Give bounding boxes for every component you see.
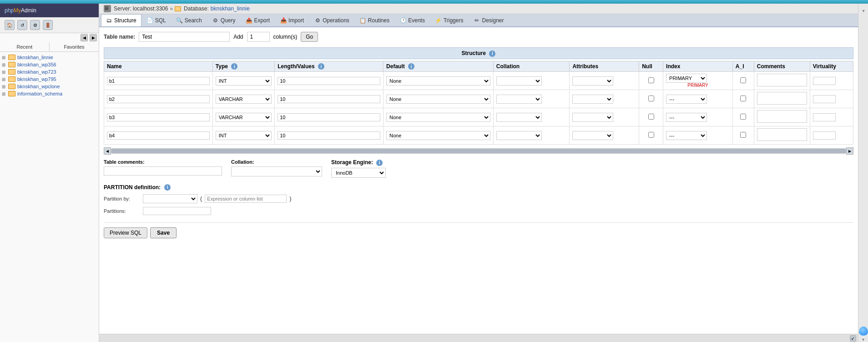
tree-label-db2[interactable]: bknskhan_wp356 (17, 62, 56, 67)
row-b1-ai-checkbox[interactable] (740, 77, 746, 83)
partition-by-select[interactable]: HASH KEY LIST RANGE (143, 194, 197, 203)
tree-expand-db1[interactable]: ⊞ (2, 55, 8, 60)
row-b3-ai-checkbox[interactable] (740, 114, 746, 120)
row-b2-ai-checkbox[interactable] (740, 96, 746, 101)
row-b4-comments-textarea[interactable] (757, 128, 807, 141)
row-b2-length-input[interactable] (278, 95, 380, 103)
row-b3-comments-textarea[interactable] (757, 110, 807, 123)
row-b4-ai-checkbox[interactable] (740, 132, 746, 138)
row-b2-comments-textarea[interactable] (757, 92, 807, 105)
tab-events[interactable]: 🕐 Events (395, 14, 430, 26)
row-b4-default-select[interactable]: NoneNULL (386, 131, 490, 140)
row-b3-index-select[interactable]: ---PRIMARYUNIQUEINDEX (666, 113, 707, 122)
row-b4-name-input[interactable] (107, 131, 210, 140)
tree-expand-db2[interactable]: ⊞ (2, 62, 8, 67)
row-b1-virtuality-input[interactable] (813, 77, 836, 85)
exit-icon[interactable]: 🚪 (43, 20, 53, 30)
row-b4-type-select[interactable]: INT VARCHARTEXT (216, 131, 272, 140)
row-b1-type-select[interactable]: INT VARCHARTEXTDATE (216, 76, 272, 86)
row-b2-virtuality-input[interactable] (813, 95, 836, 103)
row-b1-length-input[interactable] (278, 77, 380, 85)
row-b3-collation-select[interactable] (496, 113, 542, 122)
row-b1-name-input[interactable] (107, 77, 210, 85)
row-b3-attributes-select[interactable] (572, 113, 613, 122)
row-b3-type-select[interactable]: INT VARCHAR TEXT (216, 113, 272, 122)
tab-sql[interactable]: 📄 SQL (142, 14, 171, 26)
add-columns-input[interactable] (247, 32, 270, 42)
row-b1-attributes-select[interactable] (572, 76, 613, 86)
tree-expand-db5[interactable]: ⊞ (2, 84, 8, 89)
breadcrumb-db-name[interactable]: bknskhan_linnie (211, 5, 250, 12)
tab-triggers[interactable]: ⚡ Triggers (430, 14, 469, 26)
row-b1-null-checkbox[interactable] (648, 77, 654, 83)
tab-query[interactable]: ⚙ Query (207, 14, 241, 26)
go-button[interactable]: Go (301, 32, 318, 42)
type-info-icon[interactable]: i (231, 63, 237, 70)
tree-label-db6[interactable]: information_schema (17, 91, 62, 96)
row-b2-name-input[interactable] (107, 95, 210, 103)
tab-routines[interactable]: 📋 Routines (355, 14, 394, 26)
row-b3-length-input[interactable] (278, 113, 380, 121)
sidebar-tab-recent[interactable]: Recent (0, 42, 50, 51)
scroll-right-btn[interactable]: ▶ (90, 34, 97, 41)
settings-icon[interactable]: ⚙ (30, 20, 40, 30)
tab-export[interactable]: 📤 Export (241, 14, 275, 26)
horizontal-scrollbar-track[interactable] (111, 148, 846, 154)
corner-icon[interactable]: ↙ (850, 335, 856, 342)
row-b3-virtuality-input[interactable] (813, 113, 836, 121)
scroll-right-arrow[interactable]: ▶ (846, 147, 853, 155)
row-b4-attributes-select[interactable] (572, 131, 613, 140)
structure-info-icon[interactable]: i (489, 50, 495, 57)
length-info-icon[interactable]: i (318, 63, 324, 70)
tree-item-db5[interactable]: ⊞ bknskhan_wpclone (0, 83, 99, 90)
partition-info-icon[interactable]: i (164, 184, 171, 191)
right-arrow-up[interactable]: ▲ (861, 9, 866, 14)
row-b1-default-select[interactable]: NoneNULLCURRENT_TIMESTAMP (386, 76, 490, 86)
row-b2-attributes-select[interactable] (572, 95, 613, 104)
tree-label-db1[interactable]: bknskhan_linnie (17, 55, 53, 60)
tab-operations[interactable]: ⚙ Operations (309, 14, 354, 26)
row-b1-comments-textarea[interactable] (757, 74, 807, 86)
water-drop-icon[interactable] (859, 327, 868, 336)
tree-item-db4[interactable]: ⊞ bknskhan_wp795 (0, 75, 99, 83)
tree-expand-db3[interactable]: ⊞ (2, 70, 8, 75)
tree-item-db2[interactable]: ⊞ bknskhan_wp356 (0, 61, 99, 68)
tree-item-db6[interactable]: ⊞ information_schema (0, 90, 99, 97)
row-b3-name-input[interactable] (107, 113, 210, 121)
tree-label-db5[interactable]: bknskhan_wpclone (17, 84, 60, 89)
tree-item-db1[interactable]: ⊞ bknskhan_linnie (0, 54, 99, 61)
row-b2-null-checkbox[interactable] (648, 96, 654, 101)
row-b2-type-select[interactable]: INT VARCHAR TEXTDATE (216, 95, 272, 104)
row-b4-index-select[interactable]: ---PRIMARYUNIQUEINDEX (666, 131, 707, 140)
row-b3-default-select[interactable]: NoneNULL (386, 113, 490, 122)
tree-label-db4[interactable]: bknskhan_wp795 (17, 76, 56, 82)
tree-expand-db6[interactable]: ⊞ (2, 91, 8, 96)
row-b2-index-select[interactable]: ---PRIMARYUNIQUEINDEX (666, 95, 707, 104)
tab-search[interactable]: 🔍 Search (172, 14, 207, 26)
storage-engine-select[interactable]: InnoDB MyISAMMEMORYCSV (331, 168, 386, 178)
tab-structure[interactable]: 🗂 Structure (101, 14, 141, 26)
scroll-left-btn[interactable]: ◀ (81, 34, 88, 41)
tree-expand-db4[interactable]: ⊞ (2, 77, 8, 82)
table-comments-input[interactable] (104, 166, 222, 176)
tab-designer[interactable]: ✏ Designer (469, 14, 509, 26)
partition-expression-input[interactable] (205, 195, 287, 203)
row-b1-index-select[interactable]: PRIMARY---UNIQUEINDEX (666, 74, 707, 83)
tree-item-db3[interactable]: ⊞ bknskhan_wp723 (0, 68, 99, 75)
row-b4-collation-select[interactable] (496, 131, 542, 140)
row-b4-length-input[interactable] (278, 131, 380, 140)
partitions-count-input[interactable] (143, 207, 211, 215)
row-b1-collation-select[interactable] (496, 76, 542, 86)
row-b2-collation-select[interactable] (496, 95, 542, 104)
preview-sql-button[interactable]: Preview SQL (104, 227, 147, 238)
table-name-input[interactable] (139, 32, 230, 42)
tab-import[interactable]: 📥 Import (275, 14, 309, 26)
collation-select[interactable] (231, 166, 322, 176)
tree-label-db3[interactable]: bknskhan_wp723 (17, 69, 56, 75)
row-b2-default-select[interactable]: NoneNULL (386, 95, 490, 104)
default-info-icon[interactable]: i (408, 63, 414, 70)
row-b4-null-checkbox[interactable] (648, 132, 654, 138)
home-icon[interactable]: 🏠 (5, 20, 15, 30)
right-arrow-down[interactable]: ▼ (861, 337, 865, 342)
row-b3-null-checkbox[interactable] (648, 114, 654, 120)
